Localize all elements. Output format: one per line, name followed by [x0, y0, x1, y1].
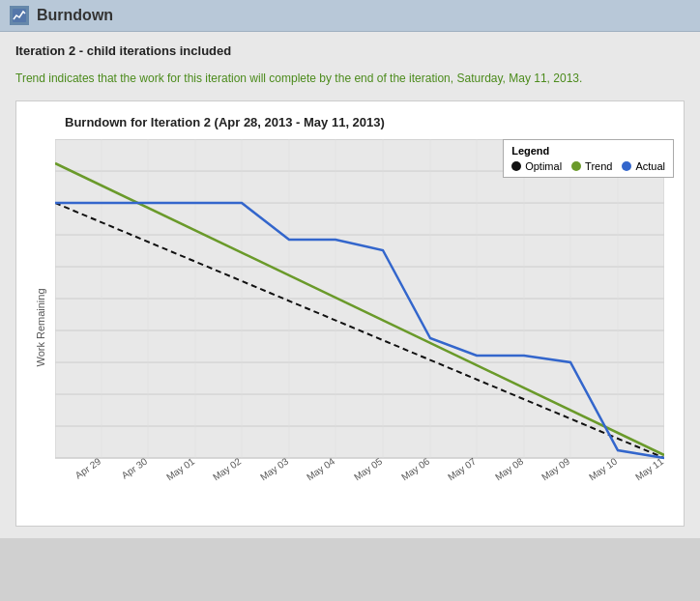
trend-message: Trend indicates that the work for this i… — [15, 70, 685, 87]
burndown-icon — [10, 6, 29, 25]
actual-dot — [622, 161, 631, 171]
svg-text:May 04: May 04 — [305, 455, 337, 482]
svg-text:Apr 30: Apr 30 — [120, 455, 150, 480]
svg-text:Apr 28: Apr 28 — [55, 455, 57, 480]
svg-text:May 06: May 06 — [399, 455, 432, 482]
svg-text:May 07: May 07 — [446, 455, 479, 482]
legend-actual: Actual — [622, 160, 665, 172]
chart-container: Burndown for Iteration 2 (Apr 28, 2013 -… — [15, 100, 685, 527]
legend-title: Legend — [511, 145, 665, 157]
burndown-chart: 0 20 40 60 80 100 120 140 160 180 200 — [55, 139, 664, 516]
chart-wrapper: Work Remaining Legend Optimal Trend — [26, 139, 674, 516]
svg-text:May 05: May 05 — [352, 455, 385, 482]
svg-text:May 02: May 02 — [211, 455, 244, 482]
legend-optimal: Optimal — [511, 160, 562, 172]
actual-label: Actual — [635, 160, 665, 172]
svg-text:May 10: May 10 — [587, 455, 620, 482]
svg-text:May 08: May 08 — [493, 455, 526, 482]
svg-rect-0 — [13, 9, 26, 22]
chart-svg-area: Legend Optimal Trend Actual — [55, 139, 674, 516]
main-content: Iteration 2 - child iterations included … — [0, 32, 700, 538]
legend-items: Optimal Trend Actual — [511, 160, 665, 172]
optimal-label: Optimal — [525, 160, 562, 172]
legend-box: Legend Optimal Trend Actual — [503, 139, 674, 178]
trend-label: Trend — [585, 160, 612, 172]
y-axis-label-wrapper: Work Remaining — [26, 139, 55, 516]
iteration-subtitle: Iteration 2 - child iterations included — [15, 43, 685, 58]
legend-trend: Trend — [571, 160, 612, 172]
page-header: Burndown — [0, 0, 700, 32]
y-axis-label: Work Remaining — [35, 288, 46, 366]
svg-text:May 09: May 09 — [540, 455, 572, 482]
svg-text:May 03: May 03 — [258, 455, 291, 482]
svg-text:May 11: May 11 — [633, 455, 664, 482]
page-title: Burndown — [37, 7, 113, 24]
optimal-dot — [511, 161, 521, 171]
chart-title: Burndown for Iteration 2 (Apr 28, 2013 -… — [65, 115, 674, 129]
svg-text:Apr 29: Apr 29 — [73, 455, 103, 480]
trend-dot — [571, 161, 581, 171]
svg-text:May 01: May 01 — [164, 455, 197, 482]
